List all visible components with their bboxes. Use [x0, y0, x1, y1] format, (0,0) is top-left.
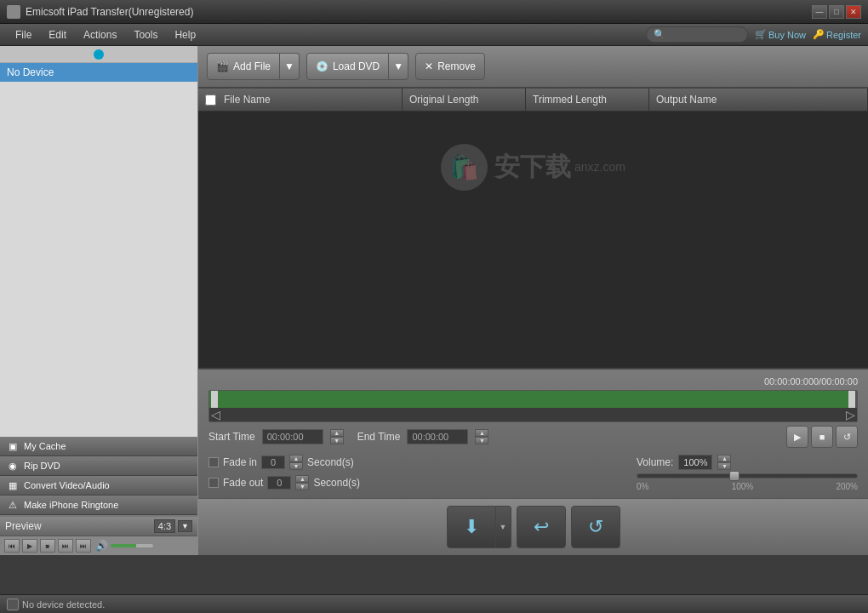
action-button-3[interactable]: ↺ [571, 506, 620, 548]
progress-indicator [94, 49, 104, 60]
load-dvd-dropdown[interactable]: ▼ [389, 53, 408, 80]
volume-thumb[interactable] [729, 471, 740, 481]
aspect-dropdown-icon[interactable]: ▼ [178, 520, 192, 532]
device-list-area [0, 82, 197, 437]
search-area: 🔍 🛒 Buy Now 🔑 Register [646, 26, 861, 43]
buy-now-button[interactable]: 🛒 Buy Now [755, 29, 806, 40]
sidebar-item-my-cache[interactable]: ▣ My Cache [0, 437, 197, 456]
start-time-down[interactable]: ▼ [330, 437, 344, 444]
menu-help[interactable]: Help [166, 26, 204, 43]
preview-controls: ⏮ ▶ ■ ⏭ ⏭ 🔊 [0, 536, 197, 555]
maximize-button[interactable]: □ [829, 5, 844, 19]
progress-bar-area [0, 46, 197, 63]
fade-col: Fade in ▲ ▼ Second(s) Fade out ▲ [208, 455, 360, 490]
volume-slider[interactable] [111, 544, 153, 547]
playback-controls: ▶ ■ ↺ [786, 426, 858, 448]
end-time-up[interactable]: ▲ [475, 429, 488, 437]
action-button-2[interactable]: ↩ [517, 506, 566, 548]
load-dvd-icon: 💿 [316, 60, 328, 72]
play-button[interactable]: ▶ [786, 426, 808, 448]
watermark-text: 安下载 [494, 150, 571, 185]
volume-track[interactable] [637, 473, 858, 478]
action-button-1[interactable]: ⬇ [447, 506, 496, 548]
search-box[interactable]: 🔍 [646, 26, 748, 43]
prev-play-button[interactable]: ▶ [22, 539, 37, 553]
timeline-track[interactable] [209, 391, 857, 408]
volume-col: Volume: ▲ ▼ 0% 100% [637, 455, 858, 491]
col-header-output: Output Name [649, 89, 868, 111]
add-file-icon: 🎬 [216, 60, 229, 72]
fade-in-checkbox[interactable] [208, 457, 219, 467]
fade-in-up[interactable]: ▲ [289, 455, 303, 462]
menu-tools[interactable]: Tools [125, 26, 166, 43]
status-icon [7, 599, 19, 610]
statusbar: No device detected. [0, 594, 868, 613]
preview-header: Preview 4:3 ▼ [0, 517, 197, 536]
select-all-checkbox[interactable] [205, 95, 216, 106]
end-time-input[interactable] [407, 429, 468, 444]
window-controls: — □ ✕ [812, 5, 861, 19]
volume-down[interactable]: ▼ [717, 462, 731, 470]
titlebar: Emicsoft iPad Transfer(Unregistered) — □… [0, 0, 868, 24]
dvd-icon: ◉ [7, 460, 19, 472]
volume-spinner: ▲ ▼ [717, 455, 731, 470]
sidebar-item-rip-dvd[interactable]: ◉ Rip DVD [0, 456, 197, 476]
volume-up[interactable]: ▲ [717, 455, 731, 462]
prev-skip-back-button[interactable]: ⏮ [4, 539, 20, 553]
action-1-icon: ⬇ [464, 516, 479, 538]
menubar: File Edit Actions Tools Help 🔍 🛒 Buy Now… [0, 24, 868, 46]
fade-out-checkbox[interactable] [208, 478, 219, 488]
sidebar-item-make-ringtone[interactable]: ⚠ Make iPhone Ringtone [0, 496, 197, 515]
timeline-marker-right: ▷ [846, 408, 855, 421]
no-device-item[interactable]: No Device [0, 63, 197, 82]
file-table-header: File Name Original Length Trimmed Length… [198, 89, 868, 112]
loop-button[interactable]: ↺ [836, 426, 858, 448]
register-button[interactable]: 🔑 Register [813, 29, 861, 40]
fade-out-unit: Second(s) [313, 477, 360, 489]
fade-out-input[interactable] [267, 476, 291, 490]
preview-area: Preview 4:3 ▼ ⏮ ▶ ■ ⏭ ⏭ 🔊 [0, 515, 197, 555]
volume-label: Volume: [637, 456, 673, 468]
close-button[interactable]: ✕ [846, 5, 861, 19]
remove-button[interactable]: ✕ Remove [415, 53, 485, 80]
fade-in-down[interactable]: ▼ [289, 462, 303, 470]
sidebar-item-convert-video[interactable]: ▦ Convert Video/Audio [0, 476, 197, 496]
fade-in-unit: Second(s) [307, 456, 354, 468]
end-time-down[interactable]: ▼ [475, 437, 488, 444]
volume-ticks: 0% 100% 200% [637, 482, 858, 491]
timeline-handle-right[interactable] [848, 391, 855, 408]
fade-in-input[interactable] [261, 455, 285, 469]
action-button-1-dropdown[interactable]: ▼ [496, 506, 511, 548]
prev-stop-button[interactable]: ■ [40, 539, 55, 553]
load-dvd-button[interactable]: 💿 Load DVD [306, 53, 389, 80]
menu-actions[interactable]: Actions [75, 26, 125, 43]
aspect-ratio-select[interactable]: 4:3 [154, 519, 175, 533]
watermark: 🛍️ 安下载 anxz.com [198, 112, 868, 222]
end-time-spinner: ▲ ▼ [475, 429, 488, 444]
load-dvd-group: 💿 Load DVD ▼ [306, 53, 408, 80]
minimize-button[interactable]: — [812, 5, 827, 19]
key-icon: 🔑 [813, 29, 825, 40]
start-time-input[interactable] [262, 429, 323, 444]
menu-edit[interactable]: Edit [40, 26, 75, 43]
fade-in-spinner: ▲ ▼ [289, 455, 303, 470]
add-file-dropdown[interactable]: ▼ [280, 53, 300, 80]
add-file-button[interactable]: 🎬 Add File [207, 53, 280, 80]
menu-file[interactable]: File [7, 26, 40, 43]
start-time-up[interactable]: ▲ [330, 429, 344, 437]
dropdown-arrow-icon: ▼ [500, 523, 507, 531]
timeline-handle-left[interactable] [211, 391, 218, 408]
convert-icon: ▦ [7, 479, 19, 491]
col-header-trimmed: Trimmed Length [526, 89, 649, 111]
watermark-icon: 🛍️ [441, 144, 488, 191]
fade-out-up[interactable]: ▲ [295, 475, 309, 483]
right-panel: 🎬 Add File ▼ 💿 Load DVD ▼ ✕ Remove [198, 46, 868, 555]
volume-input[interactable] [678, 455, 712, 470]
prev-skip-end-button[interactable]: ⏭ [76, 539, 91, 553]
stop-button[interactable]: ■ [811, 426, 833, 448]
prev-skip-fwd-button[interactable]: ⏭ [58, 539, 73, 553]
add-file-group: 🎬 Add File ▼ [207, 53, 300, 80]
fade-in-label: Fade in [223, 456, 257, 468]
fade-out-down[interactable]: ▼ [295, 483, 309, 490]
fade-volume-row: Fade in ▲ ▼ Second(s) Fade out ▲ [208, 455, 858, 491]
